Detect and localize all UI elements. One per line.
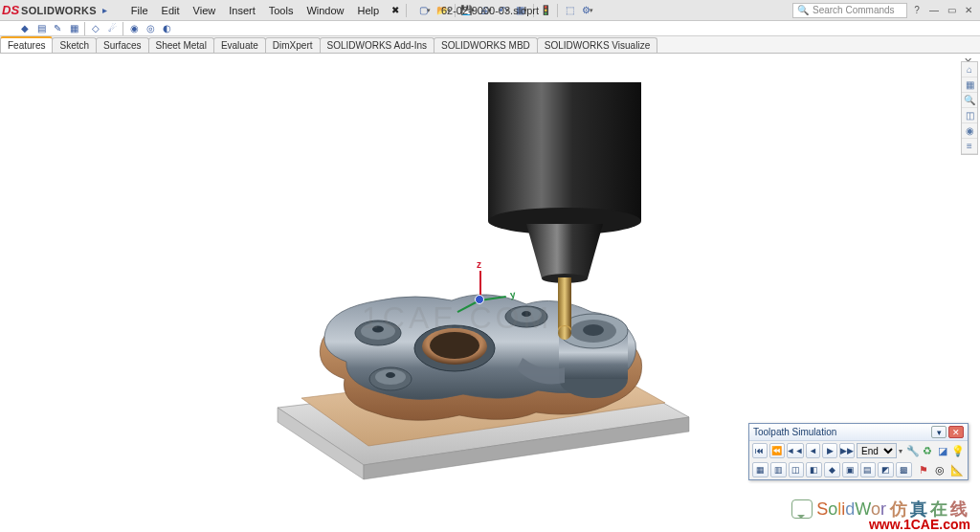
tab-add-ins[interactable]: SOLIDWORKS Add-Ins [320,37,434,53]
next-icon[interactable]: ▶▶ [839,443,855,458]
tool-icon[interactable]: ◇ [88,22,103,35]
tool-icon[interactable]: ✎ [50,22,65,35]
step-back-icon[interactable]: ◄◄ [787,443,804,458]
opt-7-icon[interactable]: ▤ [860,462,877,477]
opt-2-icon[interactable]: ▥ [770,462,787,477]
opt-5-icon[interactable]: ◆ [824,462,840,477]
main-menu: File Edit View Insert Tools Window Help … [120,3,404,18]
rebuild-icon[interactable]: 🚦 [537,3,554,18]
svg-point-6 [372,326,384,333]
close-icon[interactable]: ✕ [961,4,976,17]
menu-window[interactable]: Window [301,3,349,18]
tab-sheet-metal[interactable]: Sheet Metal [148,37,214,53]
go-start-icon[interactable]: ⏮ [752,443,768,458]
taskpane-properties-icon[interactable]: ≡ [962,139,977,154]
svg-point-20 [583,324,604,336]
playback-controls: ⏮ ⏪ ◄◄ ◄ ▶ ▶▶ End ▾ 🔧 ♻ ◪ 💡 [749,441,968,460]
svg-marker-23 [526,224,603,278]
menu-file[interactable]: File [125,3,154,18]
cube-icon[interactable]: ◪ [936,443,949,458]
restore-icon[interactable]: ▭ [944,4,959,17]
tool-icon[interactable]: ▤ [33,22,49,35]
tool-icon[interactable]: ◆ [17,22,33,35]
logo-solidworks: SOLIDWORKS [21,5,97,16]
separator [122,22,123,35]
tab-visualize[interactable]: SOLIDWORKS Visualize [537,37,657,53]
menu-edit[interactable]: Edit [156,3,186,18]
watermark-url: www.1CAE.com [869,517,970,532]
tab-mbd[interactable]: SOLIDWORKS MBD [434,37,538,53]
measure-icon[interactable]: 📐 [949,462,965,477]
opt-3-icon[interactable]: ◫ [789,462,805,477]
taskpane-home-icon[interactable]: ⌂ [962,62,977,78]
title-right: 🔍 Search Commands ? — ▭ ✕ [792,3,976,18]
tool-icon[interactable]: ▦ [66,22,81,35]
minimize-icon[interactable]: — [926,4,942,17]
tool-icon[interactable]: ◎ [143,22,158,35]
prev-icon[interactable]: ◄ [806,443,821,458]
tool-icon[interactable]: ☄ [104,22,120,35]
menu-pin-icon[interactable]: ✖ [387,3,404,18]
tool-icon[interactable]: ◐ [159,22,174,35]
svg-rect-25 [558,277,571,329]
toolpath-dropdown-icon[interactable]: ▾ [931,426,947,438]
search-placeholder: Search Commands [813,5,895,15]
play-icon[interactable]: ▶ [822,443,837,458]
target-icon[interactable]: ◎ [932,462,947,477]
options-icon[interactable]: ⬚ [561,3,578,18]
new-icon[interactable]: ▢▾ [416,3,434,18]
toolpath-title-bar[interactable]: Toolpath Simulation ▾ ✕ [749,424,968,441]
opt-4-icon[interactable]: ◧ [806,462,822,477]
separator [84,22,85,35]
select-dropdown-icon: ▾ [899,447,902,455]
svg-point-9 [386,372,395,378]
bulb-icon[interactable]: 💡 [951,443,965,458]
svg-point-12 [522,311,531,317]
refresh-icon[interactable]: ♻ [922,443,935,458]
tab-sketch[interactable]: Sketch [52,37,97,53]
tool-icon[interactable]: 🔧 [906,443,920,458]
help-icon[interactable]: ? [909,4,924,17]
svg-point-27 [558,326,571,340]
options-controls: ▦ ▥ ◫ ◧ ◆ ▣ ▤ ◩ ▩ ⚑ ◎ 📐 [749,460,968,479]
toolpath-simulation-window[interactable]: Toolpath Simulation ▾ ✕ ⏮ ⏪ ◄◄ ◄ ▶ ▶▶ En… [748,423,969,480]
tool-icon[interactable]: ◉ [126,22,142,35]
flag-icon[interactable]: ⚑ [916,462,931,477]
separator [406,4,407,17]
opt-8-icon[interactable]: ◩ [878,462,894,477]
document-title: 62-02-9000-03.sldprt [441,5,539,16]
tab-surfaces[interactable]: Surfaces [96,37,148,53]
tab-dimxpert[interactable]: DimXpert [265,37,321,53]
opt-1-icon[interactable]: ▦ [752,462,768,477]
task-pane: ⌂ ▦ 🔍 ◫ ◉ ≡ [961,61,978,155]
mode-select[interactable]: End [857,443,897,458]
taskpane-view-icon[interactable]: ◫ [962,108,977,123]
taskpane-search-icon[interactable]: 🔍 [962,93,977,108]
separator [557,4,558,17]
menu-view[interactable]: View [188,3,222,18]
svg-point-15 [430,332,479,359]
titlebar: DS SOLIDWORKS ▸ File Edit View Insert To… [0,0,980,21]
toolpath-title: Toolpath Simulation [753,427,836,437]
tab-evaluate[interactable]: Evaluate [213,37,266,53]
search-commands[interactable]: 🔍 Search Commands [792,3,907,18]
step-back-fast-icon[interactable]: ⏪ [769,443,785,458]
svg-rect-21 [488,82,641,221]
logo-dropdown-icon[interactable]: ▸ [97,3,114,18]
opt-9-icon[interactable]: ▩ [896,462,912,477]
command-manager-tabs: Features Sketch Surfaces Sheet Metal Eva… [0,36,980,54]
taskpane-appearance-icon[interactable]: ◉ [962,123,977,139]
chat-icon [791,499,813,519]
menu-tools[interactable]: Tools [263,3,300,18]
menu-insert[interactable]: Insert [223,3,261,18]
taskpane-library-icon[interactable]: ▦ [962,78,977,93]
app-logo: DS SOLIDWORKS ▸ [0,3,120,18]
graphics-viewport[interactable]: ✕ [0,54,980,532]
toolpath-close-icon[interactable]: ✕ [948,426,964,438]
quick-toolbar-2: ◆ ▤ ✎ ▦ ◇ ☄ ◉ ◎ ◐ [0,21,980,36]
opt-6-icon[interactable]: ▣ [842,462,858,477]
tab-features[interactable]: Features [0,36,53,53]
menu-help[interactable]: Help [352,3,386,18]
search-icon: 🔍 [797,5,809,15]
settings-icon[interactable]: ⚙▾ [579,3,596,18]
